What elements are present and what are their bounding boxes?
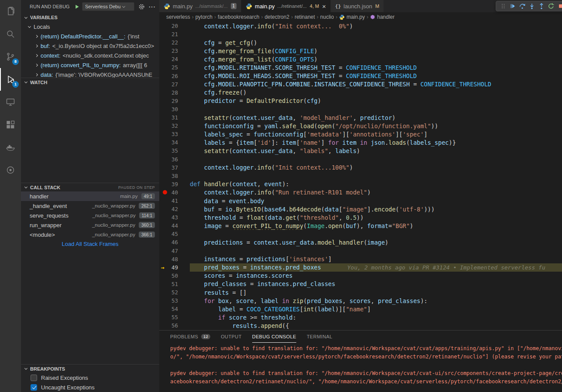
stack-frame-module[interactable]: <module>_nuclio_wrapper.py366:1 [21, 230, 159, 239]
code-line-36[interactable]: 36 [159, 155, 562, 164]
run-debug-icon[interactable]: 1 [0, 68, 21, 91]
gutter-line-39[interactable]: 39 [159, 180, 190, 188]
gutter-line-45[interactable]: 45 [159, 230, 190, 238]
tab-main-py-retinanet[interactable]: main.py .../retinanet/... 4, M × [241, 0, 331, 12]
code-line-56[interactable]: 56 results.append({ [159, 321, 562, 330]
code-line-35[interactable]: 35 setattr(context.user_data, "labels", … [159, 147, 562, 155]
code-line-52[interactable]: 52 results = [] [159, 288, 562, 297]
gutter-line-25[interactable]: 25 [159, 63, 190, 72]
gutter-line-35[interactable]: 35 [159, 147, 190, 155]
search-icon[interactable] [0, 23, 21, 45]
gutter-line-43[interactable]: 43 [159, 213, 190, 222]
breadcrumb-item-detectron2[interactable]: detectron2 [264, 14, 289, 20]
gutter-line-50[interactable]: 50 [159, 272, 190, 280]
code-line-50[interactable]: 50 scores = instances.scores [159, 272, 562, 280]
gutter-line-56[interactable]: 56 [159, 321, 190, 330]
code-line-43[interactable]: 43 threshold = float(data.get("threshold… [159, 213, 562, 222]
more-actions-icon[interactable]: ··· [149, 3, 156, 10]
code-line-48[interactable]: 48 instances = predictions['instances'] [159, 255, 562, 263]
gutter-line-54[interactable]: 54 [159, 305, 190, 313]
checkbox[interactable] [31, 384, 37, 391]
code-line-23[interactable]: 23 cfg.merge_from_file(CONFIG_FILE) [159, 47, 562, 55]
gutter-line-20[interactable]: 20 [159, 22, 190, 30]
gutter-line-55[interactable]: 55 [159, 313, 190, 321]
close-tab-icon[interactable]: × [322, 3, 326, 10]
breakpoints-section-header[interactable]: BREAKPOINTS [21, 364, 159, 373]
gutter-line-51[interactable]: 51 [159, 280, 190, 288]
code-line-45[interactable]: 45 [159, 230, 562, 238]
stack-frame-serve_requests[interactable]: serve_requests_nuclio_wrapper.py114:1 [21, 211, 159, 220]
breakpoint-item[interactable]: Raised Exceptions [21, 373, 159, 382]
gutter-line-40[interactable]: 40 [159, 188, 190, 197]
code-line-34[interactable]: 34 labels = {item['id']: item['name'] fo… [159, 138, 562, 147]
drag-grip-icon[interactable] [498, 1, 508, 11]
code-line-42[interactable]: 42 buf = io.BytesIO(base64.b64decode(dat… [159, 205, 562, 213]
step-into-icon[interactable] [527, 1, 537, 11]
code-line-38[interactable]: 38 [159, 172, 562, 180]
gutter-line-21[interactable]: 21 [159, 30, 190, 38]
code-line-54[interactable]: 54 label = COCO_CATEGORIES[int(label)]["… [159, 305, 562, 313]
code-line-26[interactable]: 26 cfg.MODEL.ROI_HEADS.SCORE_THRESH_TEST… [159, 72, 562, 80]
gutter-line-27[interactable]: 27 [159, 80, 190, 89]
gutter-line-52[interactable]: 52 [159, 288, 190, 297]
code-line-24[interactable]: 24 cfg.merge_from_list(CONFIG_OPTS) [159, 55, 562, 63]
variable-row[interactable]: buf:<_io.BytesIO object at 0x7f5a2dc1ecc… [21, 41, 159, 51]
code-line-30[interactable]: 30 [159, 105, 562, 113]
gutter-line-47[interactable]: 47 [159, 247, 190, 255]
gutter-line-48[interactable]: 48 [159, 255, 190, 263]
gutter-line-42[interactable]: 42 [159, 205, 190, 213]
gutter-line-23[interactable]: 23 [159, 47, 190, 55]
tab-problems[interactable]: PROBLEMS 12 [170, 331, 210, 343]
code-editor[interactable]: 20 context.logger.info("Init context... … [159, 22, 562, 330]
watch-section-header[interactable]: WATCH [21, 78, 159, 86]
stack-frame-handler[interactable]: handlermain.py49:1 [21, 191, 159, 201]
gutter-line-26[interactable]: 26 [159, 72, 190, 80]
variables-section-header[interactable]: VARIABLES [21, 13, 159, 22]
breakpoint-icon[interactable] [163, 190, 167, 194]
gutter-line-28[interactable]: 28 [159, 89, 190, 97]
breakpoint-item[interactable]: Uncaught Exceptions [21, 382, 159, 392]
code-line-33[interactable]: 33 labels_spec = functionconfig['metadat… [159, 130, 562, 138]
continue-icon[interactable] [508, 1, 517, 11]
variable-row[interactable]: (return) convert_PIL_to_numpy:array([[[ … [21, 60, 159, 70]
code-line-51[interactable]: 51 pred_classes = instances.pred_classes [159, 280, 562, 288]
gutter-line-32[interactable]: 32 [159, 122, 190, 130]
step-over-icon[interactable] [517, 1, 527, 11]
stack-frame-_handle_event[interactable]: _handle_event_nuclio_wrapper.py262:1 [21, 201, 159, 211]
code-line-47[interactable]: 47 [159, 247, 562, 255]
code-line-20[interactable]: 20 context.logger.info("Init context... … [159, 22, 562, 30]
code-line-25[interactable]: 25 cfg.MODEL.RETINANET.SCORE_THRESH_TEST… [159, 63, 562, 72]
code-line-29[interactable]: 29 predictor = DefaultPredictor(cfg) [159, 97, 562, 105]
breadcrumb-item-nuclio[interactable]: nuclio [320, 14, 334, 20]
load-all-stack-frames-link[interactable]: Load All Stack Frames [21, 239, 159, 249]
code-line-39[interactable]: 39def handler(context, event): [159, 180, 562, 188]
code-line-44[interactable]: 44 image = convert_PIL_to_numpy(Image.op… [159, 222, 562, 230]
checkbox[interactable] [31, 375, 37, 381]
step-out-icon[interactable] [537, 1, 546, 11]
tab-main-py-siammask[interactable]: main.py .../siammask/... 1 [159, 0, 241, 12]
docker-icon[interactable] [0, 136, 21, 159]
source-control-icon[interactable]: 8 [0, 45, 21, 68]
code-line-53[interactable]: 53 for box, score, label in zip(pred_box… [159, 297, 562, 305]
gutter-line-49[interactable]: →49 [159, 263, 190, 272]
gutter-line-38[interactable]: 38 [159, 172, 190, 180]
extensions-icon[interactable] [0, 113, 21, 136]
variable-row[interactable]: context:<nuclio_sdk.context.Context obje… [21, 51, 159, 60]
code-line-21[interactable]: 21 [159, 30, 562, 38]
code-line-55[interactable]: 55 if score >= threshold: [159, 313, 562, 321]
gutter-line-44[interactable]: 44 [159, 222, 190, 230]
gutter-line-41[interactable]: 41 [159, 197, 190, 205]
start-debug-button[interactable] [74, 4, 80, 10]
code-line-46[interactable]: 46 predictions = context.user_data.model… [159, 238, 562, 246]
code-line-41[interactable]: 41 data = event.body [159, 197, 562, 205]
code-line-37[interactable]: 37 context.logger.info("Init context...1… [159, 164, 562, 172]
gutter-line-30[interactable]: 30 [159, 105, 190, 113]
gutter-line-31[interactable]: 31 [159, 113, 190, 122]
gutter-line-37[interactable]: 37 [159, 164, 190, 172]
restart-icon[interactable] [546, 1, 556, 11]
gutter-line-53[interactable]: 53 [159, 297, 190, 305]
code-line-28[interactable]: 28 cfg.freeze() [159, 89, 562, 97]
gutter-line-34[interactable]: 34 [159, 138, 190, 147]
gutter-line-36[interactable]: 36 [159, 155, 190, 164]
gutter-line-46[interactable]: 46 [159, 238, 190, 246]
